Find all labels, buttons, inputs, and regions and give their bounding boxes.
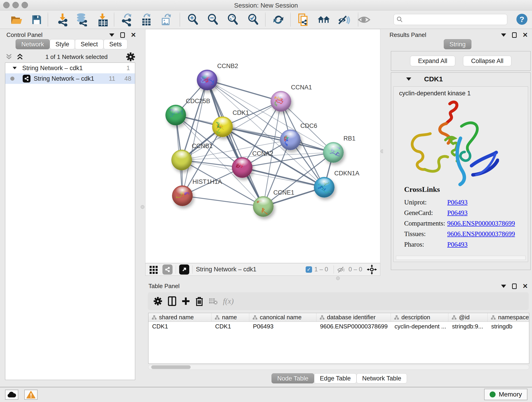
node-CCNA2[interactable] (232, 157, 253, 178)
network-badge-icon[interactable] (162, 264, 172, 274)
table-cell[interactable]: P06493 (249, 322, 317, 331)
protein-header[interactable]: CDK1 (391, 73, 530, 85)
node-CDK1[interactable] (212, 116, 233, 137)
edge-HIST1H1A-CCNE1[interactable] (182, 196, 263, 206)
column-header-canonicalname[interactable]: canonical name (249, 313, 317, 322)
node-CDKN1A[interactable] (314, 177, 335, 198)
node-RB1[interactable] (323, 142, 344, 163)
node-CCNB1[interactable] (171, 150, 192, 170)
close-panel-icon[interactable]: ✕ (131, 32, 136, 38)
table-horizontal-scrollbar[interactable] (148, 365, 529, 370)
tab-node-table[interactable]: Node Table (272, 373, 314, 383)
detach-view-icon[interactable] (179, 264, 189, 274)
edge-CCNB2-RB1[interactable] (207, 80, 333, 153)
open-session-icon[interactable] (10, 13, 23, 26)
node-label-CDC25B: CDC25B (186, 98, 210, 105)
crosslink-link[interactable]: P06493 (447, 241, 468, 248)
network-row[interactable]: String Network – cdk1 11 48 (5, 73, 135, 84)
zoom-fit-icon[interactable] (226, 13, 239, 26)
tab-string[interactable]: String (444, 39, 472, 49)
help-icon[interactable]: ? (516, 14, 527, 25)
column-header-name[interactable]: name (211, 313, 249, 322)
protein-disclosure-icon[interactable] (406, 77, 411, 81)
table-cell[interactable]: CDK1 (211, 322, 249, 331)
crosslink-link[interactable]: 9606.ENSP00000378699 (447, 220, 515, 227)
zoom-out-icon[interactable] (206, 13, 219, 26)
close-panel-icon[interactable]: ✕ (523, 32, 528, 38)
tab-style[interactable]: Style (50, 39, 75, 49)
copy-network-icon[interactable] (297, 13, 310, 26)
table-cell[interactable]: stringdb:9... (448, 322, 488, 331)
node-CCNB2[interactable] (197, 70, 217, 90)
node-HIST1H1A[interactable] (172, 185, 193, 206)
collapse-all-button[interactable]: Collapse All (463, 56, 511, 66)
horizontal-splitter-handle[interactable] (336, 276, 340, 280)
delete-column-icon[interactable] (196, 296, 203, 306)
column-header-databaseidentifier[interactable]: database identifier (317, 313, 391, 322)
column-header-id[interactable]: @id (448, 313, 488, 322)
tab-sets[interactable]: Sets (104, 39, 127, 49)
zoom-in-icon[interactable] (186, 13, 199, 26)
node-CCNA1[interactable] (271, 91, 291, 112)
table-cell[interactable]: stringdb (488, 322, 529, 331)
tab-edge-table[interactable]: Edge Table (314, 373, 356, 383)
expand-all-icon[interactable] (16, 53, 24, 60)
crosslink-link[interactable]: 9606.ENSP00000378699 (447, 230, 515, 238)
network-canvas[interactable]: CCNB2CCNA1CDC25BCDK1CDC6RB1CCNB1CCNA2CDK… (145, 29, 380, 263)
table-cell[interactable]: CDK1 (148, 322, 211, 331)
left-splitter-handle[interactable] (141, 205, 144, 209)
crosslink-link[interactable]: P06493 (447, 209, 468, 217)
tab-network[interactable]: Network (16, 39, 50, 49)
table-row[interactable]: CDK1CDK1P064939606.ENSP00000378699cyclin… (148, 322, 529, 331)
panel-menu-icon[interactable] (501, 285, 506, 288)
node-CDC25B[interactable] (165, 105, 186, 125)
export-image-icon[interactable] (160, 13, 173, 26)
scrollbar-thumb[interactable] (151, 365, 191, 369)
table-cell[interactable]: 9606.ENSP00000378699 (317, 322, 391, 331)
float-panel-icon[interactable] (512, 283, 517, 289)
export-network-icon[interactable] (120, 13, 133, 26)
import-database-icon[interactable] (75, 13, 88, 26)
crosslink-link[interactable]: P06493 (447, 198, 468, 206)
import-table-icon[interactable] (96, 13, 109, 26)
table-settings-gear-icon[interactable] (153, 297, 162, 306)
grid-view-icon[interactable] (149, 265, 158, 274)
zoom-selected-icon[interactable] (247, 13, 260, 26)
network-collection-row[interactable]: String Network – cdk1 1 (5, 63, 135, 73)
show-all-icon[interactable] (358, 13, 370, 26)
column-header-namespace[interactable]: namespace (488, 313, 529, 322)
node-CDC6[interactable] (280, 129, 301, 150)
birdseye-navigator-icon[interactable] (367, 264, 377, 274)
column-header-description[interactable]: description (391, 313, 448, 322)
expand-all-button[interactable]: Expand All (410, 56, 456, 66)
close-panel-icon[interactable]: ✕ (523, 283, 528, 289)
home-icon[interactable] (317, 13, 330, 26)
results-scrollbar[interactable] (396, 256, 526, 260)
node-CCNE1[interactable] (253, 196, 273, 217)
search-input[interactable] (405, 15, 504, 24)
collection-disclosure-icon[interactable] (13, 67, 17, 69)
memory-button[interactable]: Memory (484, 389, 527, 400)
network-options-gear-icon[interactable] (126, 52, 135, 61)
save-session-icon[interactable] (30, 13, 43, 26)
panel-menu-icon[interactable] (109, 33, 114, 37)
add-column-icon[interactable] (182, 297, 190, 305)
edge-CCNB2-CCNA1[interactable] (207, 80, 281, 101)
import-network-icon[interactable] (56, 13, 69, 26)
warning-button[interactable] (24, 390, 38, 400)
tab-network-table[interactable]: Network Table (356, 373, 407, 383)
float-panel-icon[interactable] (512, 32, 517, 38)
export-table-icon[interactable] (140, 13, 153, 26)
tab-select[interactable]: Select (75, 39, 104, 49)
panel-menu-icon[interactable] (501, 33, 506, 37)
refresh-icon[interactable] (272, 13, 285, 26)
collapse-all-icon[interactable] (5, 53, 13, 60)
selected-checkbox-icon[interactable]: ✓ (306, 266, 312, 273)
table-cell[interactable]: cyclin-dependent ... (391, 322, 448, 331)
show-columns-icon[interactable] (168, 296, 176, 306)
cloud-status-button[interactable] (5, 390, 18, 400)
edge-CCNB2-CCNE1[interactable] (207, 80, 263, 206)
column-header-sharedname[interactable]: shared name (148, 313, 211, 322)
float-panel-icon[interactable] (120, 32, 125, 38)
hide-selected-icon[interactable] (337, 13, 350, 26)
